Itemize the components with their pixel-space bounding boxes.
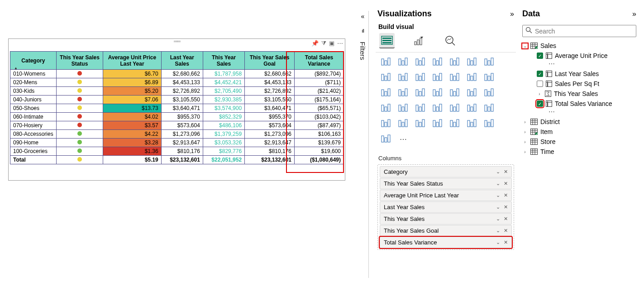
field-checkbox[interactable]: ✓: [537, 53, 543, 59]
field-well[interactable]: Total Sales Variance⌄✕: [380, 237, 512, 248]
viz-type-area-stacked[interactable]: [396, 71, 411, 84]
viz-type-funnel[interactable]: [482, 71, 497, 84]
viz-type-powerautomate[interactable]: [482, 117, 497, 130]
viz-type-decomp[interactable]: [378, 132, 394, 146]
filters-pane-collapsed[interactable]: « ıll Filters: [357, 11, 369, 278]
drag-handle-icon[interactable]: ══: [174, 40, 180, 43]
column-header[interactable]: Category▲: [10, 52, 57, 70]
viz-type-filled-map[interactable]: [464, 86, 480, 100]
chevron-icon[interactable]: ›: [522, 139, 528, 144]
chevron-down-icon[interactable]: ⌄: [496, 169, 500, 175]
column-header[interactable]: Average Unit Price Last Year: [103, 52, 161, 70]
viz-type-waterfall[interactable]: [464, 71, 480, 84]
viz-type-powerapps[interactable]: [464, 117, 480, 130]
field-well[interactable]: Average Unit Price Last Year⌄✕: [380, 190, 512, 201]
format-visual-tab[interactable]: [411, 33, 426, 48]
chevron-icon[interactable]: ›: [522, 120, 528, 124]
analytics-tab[interactable]: [443, 33, 458, 48]
viz-type-clustered-column[interactable]: [430, 55, 445, 69]
chevron-icon[interactable]: ›: [522, 149, 528, 154]
field-well[interactable]: Category⌄✕: [380, 166, 512, 177]
viz-type-line-clustered[interactable]: [430, 71, 445, 84]
columns-field-wells[interactable]: Category⌄✕This Year Sales Status⌄✕Averag…: [377, 164, 514, 250]
remove-field-icon[interactable]: ✕: [504, 192, 508, 198]
viz-type-line-stacked[interactable]: [413, 71, 428, 84]
pin-icon[interactable]: 📌: [311, 40, 319, 47]
viz-type-paginated[interactable]: [447, 117, 463, 130]
table-node-item[interactable]: ›Item: [521, 127, 637, 137]
remove-field-icon[interactable]: ✕: [504, 204, 508, 210]
field-node[interactable]: Sales Per Sq Ft: [521, 79, 637, 89]
chevron-icon[interactable]: ⌄: [522, 43, 528, 48]
field-checkbox[interactable]: ✓: [537, 71, 543, 77]
viz-type-card[interactable]: [396, 101, 411, 115]
viz-type-matrix[interactable]: [482, 101, 497, 115]
collapse-pane-icon[interactable]: »: [510, 10, 514, 18]
field-well[interactable]: This Year Sales Status⌄✕: [380, 178, 512, 189]
remove-field-icon[interactable]: ✕: [504, 239, 508, 245]
viz-type-kpi[interactable]: [430, 101, 445, 115]
viz-type-multi-row-card[interactable]: [413, 101, 428, 115]
chevron-icon[interactable]: ›: [522, 129, 528, 134]
viz-type-line[interactable]: [482, 55, 497, 69]
more-fields-icon[interactable]: ⋯: [521, 110, 637, 114]
chevron-down-icon[interactable]: ⌄: [496, 239, 500, 245]
field-checkbox[interactable]: [537, 81, 543, 87]
table-node-time[interactable]: ›Time: [521, 147, 637, 157]
viz-type-pie[interactable]: [396, 86, 411, 100]
focus-icon[interactable]: ▣: [329, 40, 334, 47]
viz-type-map[interactable]: [447, 86, 463, 100]
filter-icon[interactable]: ⧩: [321, 40, 326, 47]
table-node-district[interactable]: ›District: [521, 117, 637, 127]
viz-type-clustered-bar[interactable]: [396, 55, 411, 69]
chevron-down-icon[interactable]: ⌄: [496, 181, 500, 187]
viz-type-more[interactable]: ⋯: [396, 132, 411, 146]
field-well[interactable]: This Year Sales⌄✕: [380, 213, 512, 225]
chevron-down-icon[interactable]: ⌄: [496, 228, 500, 234]
column-header[interactable]: This Year Sales Goal: [245, 52, 295, 70]
viz-type-qa[interactable]: [413, 117, 428, 130]
viz-type-narrative[interactable]: [430, 117, 445, 130]
remove-field-icon[interactable]: ✕: [504, 181, 508, 187]
viz-type-scatter[interactable]: [378, 86, 394, 100]
field-node[interactable]: ✓Average Unit Price: [521, 51, 637, 61]
collapse-pane-icon[interactable]: »: [632, 10, 636, 18]
search-box[interactable]: [522, 25, 636, 37]
viz-type-gauge[interactable]: [378, 101, 394, 115]
viz-type-azure-map[interactable]: [482, 86, 497, 100]
remove-field-icon[interactable]: ✕: [504, 216, 508, 222]
field-well[interactable]: This Year Sales Goal⌄✕: [380, 225, 512, 236]
viz-type-stacked-bar-100[interactable]: [447, 55, 463, 69]
viz-type-python-visual[interactable]: [396, 117, 411, 130]
viz-type-r-visual[interactable]: [378, 117, 394, 130]
chevron-down-icon[interactable]: ⌄: [496, 204, 500, 210]
viz-type-area[interactable]: [378, 71, 394, 84]
column-header[interactable]: This Year Sales Status: [56, 52, 103, 70]
viz-type-slicer[interactable]: [447, 101, 463, 115]
chevron-down-icon[interactable]: ⌄: [496, 192, 500, 198]
column-header[interactable]: Last Year Sales: [161, 52, 203, 70]
build-visual-tab[interactable]: [379, 33, 395, 48]
search-input[interactable]: [535, 28, 633, 35]
table-node-store[interactable]: ›Store: [521, 137, 637, 147]
viz-type-table[interactable]: [464, 101, 480, 115]
field-well[interactable]: Last Year Sales⌄✕: [380, 201, 512, 213]
table-node-sales[interactable]: ⌄Sales: [521, 41, 637, 51]
viz-type-treemap[interactable]: [430, 86, 445, 100]
viz-type-stacked-bar[interactable]: [378, 55, 394, 69]
viz-type-donut[interactable]: [413, 86, 428, 100]
chevron-icon[interactable]: ›: [537, 91, 542, 96]
field-checkbox[interactable]: ✓: [537, 100, 543, 107]
field-node[interactable]: ✓Total Sales Variance: [521, 99, 637, 109]
more-icon[interactable]: ⋯: [337, 40, 343, 47]
viz-type-clustered-column-100[interactable]: [464, 55, 480, 69]
viz-type-ribbon[interactable]: [447, 71, 463, 84]
field-node[interactable]: ✓Last Year Sales: [521, 69, 637, 79]
remove-field-icon[interactable]: ✕: [504, 228, 508, 234]
remove-field-icon[interactable]: ✕: [504, 169, 508, 175]
report-canvas-visual[interactable]: ══ 📌 ⧩ ▣ ⋯ Category▲This Year Sales Stat…: [8, 38, 345, 181]
chevron-down-icon[interactable]: ⌄: [496, 216, 500, 222]
column-header[interactable]: This Year Sales: [203, 52, 244, 70]
column-header[interactable]: Total Sales Variance: [295, 52, 344, 70]
more-fields-icon[interactable]: ⋯: [521, 62, 637, 66]
